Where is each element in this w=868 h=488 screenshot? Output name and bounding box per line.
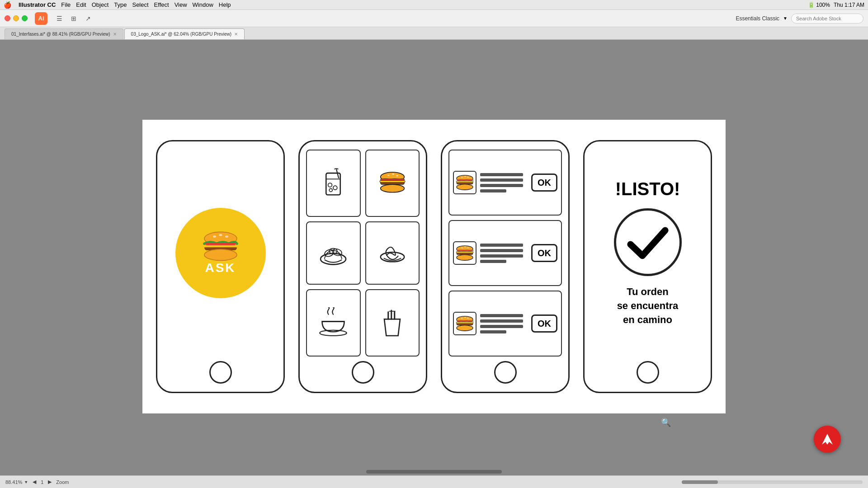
menu-cell-pasta[interactable] bbox=[365, 221, 420, 285]
confirm-message: Tu orden se encuentra en camino bbox=[617, 285, 679, 327]
app-name: Illustrator CC bbox=[19, 1, 56, 8]
checkmark-icon bbox=[621, 215, 675, 269]
time-display: Thu 1:17 AM bbox=[834, 2, 864, 8]
menu-file[interactable]: File bbox=[61, 1, 71, 8]
search-stock-input[interactable] bbox=[791, 14, 863, 23]
menu-window[interactable]: Window bbox=[193, 1, 213, 8]
traffic-lights bbox=[5, 15, 28, 21]
phone-2-home-button[interactable] bbox=[352, 361, 374, 384]
order-line-2b bbox=[480, 249, 523, 252]
svg-point-52 bbox=[464, 317, 466, 318]
order-item-2: OK bbox=[448, 220, 562, 286]
svg-point-12 bbox=[330, 189, 333, 192]
phone-2 bbox=[298, 140, 427, 393]
order-line-3a bbox=[480, 314, 523, 317]
svg-point-35 bbox=[461, 177, 462, 178]
svg-rect-20 bbox=[381, 179, 405, 181]
ask-badge-button[interactable] bbox=[814, 426, 841, 453]
svg-rect-55 bbox=[456, 322, 473, 324]
svg-point-10 bbox=[328, 183, 332, 187]
ok-button-2[interactable]: OK bbox=[531, 244, 557, 262]
tab-close-1[interactable]: ✕ bbox=[234, 32, 238, 37]
svg-point-21 bbox=[381, 184, 405, 192]
tab-label-1: 03_Logo_ASK.ai* @ 62.04% (RGB/GPU Previe… bbox=[131, 32, 231, 37]
phone-2-screen bbox=[306, 150, 420, 357]
page-nav-prev[interactable]: ◀ bbox=[33, 479, 36, 485]
phone-4-home-button[interactable] bbox=[637, 361, 659, 384]
check-circle bbox=[614, 208, 682, 276]
phone-1: ASK bbox=[156, 140, 285, 393]
fries-icon bbox=[380, 307, 405, 339]
svg-rect-56 bbox=[457, 320, 472, 322]
menu-cell-soup[interactable] bbox=[306, 289, 361, 357]
zoom-dropdown-icon[interactable]: ▼ bbox=[24, 480, 28, 484]
order-burger-3-icon bbox=[454, 315, 475, 332]
horizontal-scrollbar[interactable] bbox=[366, 470, 502, 474]
order-item-1-image bbox=[453, 171, 476, 194]
menu-select[interactable]: Select bbox=[132, 1, 148, 8]
svg-rect-48 bbox=[457, 250, 472, 251]
phone-3-screen: OK bbox=[448, 150, 562, 357]
menu-type[interactable]: Type bbox=[114, 1, 127, 8]
menu-object[interactable]: Object bbox=[92, 1, 109, 8]
menu-cell-fries[interactable] bbox=[365, 289, 420, 357]
svg-point-16 bbox=[392, 174, 394, 175]
ok-button-3[interactable]: OK bbox=[531, 314, 557, 333]
ok-button-1[interactable]: OK bbox=[531, 174, 557, 192]
tab-1[interactable]: 03_Logo_ASK.ai* @ 62.04% (RGB/GPU Previe… bbox=[124, 28, 245, 39]
share-icon[interactable]: ↗ bbox=[83, 13, 94, 24]
workspace-label: Essentials Classic bbox=[736, 15, 779, 22]
confirm-line-1: Tu orden bbox=[617, 285, 679, 299]
menu-cell-burger[interactable] bbox=[365, 150, 420, 217]
page-number: 1 bbox=[41, 479, 43, 485]
phone-1-home-button[interactable] bbox=[209, 361, 232, 384]
listo-title: !LISTO! bbox=[615, 179, 680, 199]
svg-point-36 bbox=[464, 176, 466, 177]
svg-marker-58 bbox=[822, 434, 833, 445]
tab-close-0[interactable]: ✕ bbox=[113, 32, 117, 37]
ask-badge-icon bbox=[818, 430, 836, 448]
svg-point-7 bbox=[204, 249, 237, 261]
menu-view[interactable]: View bbox=[175, 1, 187, 8]
statusbar-scrollbar[interactable] bbox=[682, 480, 863, 484]
tab-label-0: 01_Interfases.ai* @ 88.41% (RGB/GPU Prev… bbox=[11, 32, 110, 37]
order-line-2a bbox=[480, 244, 523, 247]
order-item-2-image bbox=[453, 241, 476, 265]
zoom-magnifier-icon[interactable]: 🔍 bbox=[661, 418, 669, 426]
order-item-3-lines bbox=[480, 314, 528, 333]
tabs-bar: 01_Interfases.ai* @ 88.41% (RGB/GPU Prev… bbox=[0, 27, 868, 40]
ai-logo: Ai bbox=[35, 12, 47, 25]
svg-point-28 bbox=[320, 330, 347, 335]
menu-edit[interactable]: Edit bbox=[76, 1, 86, 8]
svg-point-53 bbox=[467, 318, 469, 319]
arrange-icon[interactable]: ⊞ bbox=[68, 13, 79, 24]
svg-point-57 bbox=[457, 325, 473, 331]
svg-point-37 bbox=[467, 177, 469, 178]
phone-1-screen: ASK bbox=[164, 150, 277, 357]
scrollbar-thumb bbox=[682, 480, 718, 484]
order-line-3c bbox=[480, 325, 523, 328]
phone-3-home-button[interactable] bbox=[494, 361, 517, 384]
burger-large-icon bbox=[200, 231, 241, 263]
menu-cell-salad[interactable] bbox=[306, 221, 361, 285]
minimize-button[interactable] bbox=[13, 15, 19, 21]
menu-effect[interactable]: Effect bbox=[154, 1, 169, 8]
svg-rect-40 bbox=[457, 179, 472, 181]
apple-menu[interactable]: 🍎 bbox=[4, 1, 11, 9]
svg-point-49 bbox=[457, 255, 473, 261]
tab-0[interactable]: 01_Interfases.ai* @ 88.41% (RGB/GPU Prev… bbox=[5, 28, 123, 39]
close-button[interactable] bbox=[5, 15, 10, 21]
menu-cell-drink[interactable] bbox=[306, 150, 361, 217]
soup-icon bbox=[317, 307, 349, 339]
phone-3: OK bbox=[441, 140, 570, 393]
new-doc-icon[interactable]: ☰ bbox=[54, 13, 65, 24]
page-nav-next[interactable]: ▶ bbox=[48, 479, 52, 485]
workspace-chevron-icon[interactable]: ▼ bbox=[783, 16, 788, 21]
svg-point-1 bbox=[213, 235, 216, 238]
order-line-2c bbox=[480, 254, 523, 258]
maximize-button[interactable] bbox=[22, 15, 28, 21]
menubar: 🍎 Illustrator CC File Edit Object Type S… bbox=[0, 0, 868, 10]
statusbar: 88.41% ▼ ◀ 1 ▶ Zoom bbox=[0, 475, 868, 488]
menu-help[interactable]: Help bbox=[219, 1, 231, 8]
order-line-3b bbox=[480, 319, 523, 323]
